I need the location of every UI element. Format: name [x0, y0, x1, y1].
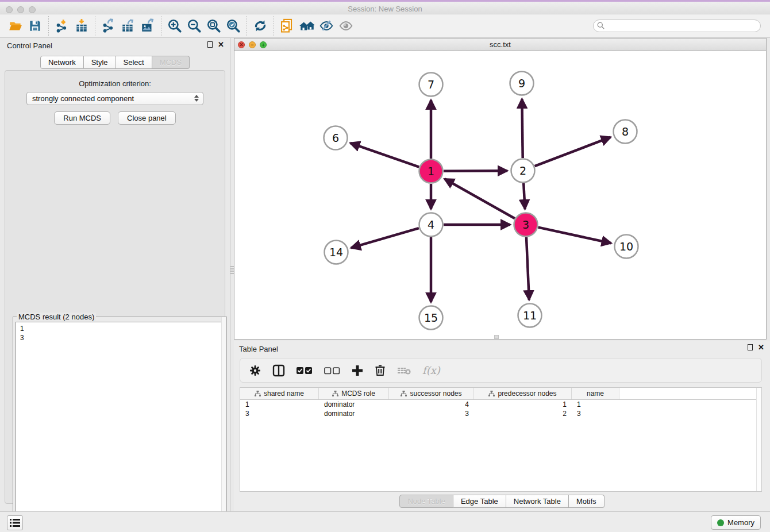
toolbar-separator: [161, 16, 161, 36]
table-cell[interactable]: 3: [389, 409, 474, 418]
column-label: successor nodes: [410, 390, 461, 398]
open-folder-icon[interactable]: [6, 17, 25, 35]
graph-edge-3-10[interactable]: [538, 228, 611, 244]
zoom-fit-icon[interactable]: [204, 17, 224, 35]
tab-network[interactable]: Network: [40, 56, 84, 69]
close-panel-icon[interactable]: ✕: [218, 41, 224, 48]
gear-icon[interactable]: [249, 365, 261, 376]
network-graph[interactable]: 7968124314101511: [234, 51, 766, 339]
search-input[interactable]: [593, 20, 761, 32]
graph-edge-3-1[interactable]: [445, 179, 515, 218]
import-table-icon[interactable]: [72, 17, 91, 35]
window-title: Session: New Session: [0, 5, 770, 13]
graph-node-label-7: 7: [428, 78, 434, 91]
graph-edge-2-8[interactable]: [535, 137, 611, 167]
control-panel-tabs: NetworkStyleSelectMCDS: [40, 56, 190, 69]
graph-node-label-4: 4: [428, 218, 434, 231]
delete-column-icon[interactable]: [375, 364, 386, 376]
float-panel-icon[interactable]: [207, 41, 213, 48]
close-panel-button[interactable]: Close panel: [118, 111, 176, 125]
memory-status-icon: [717, 519, 724, 526]
column-header-name[interactable]: name: [572, 388, 619, 399]
network-canvas[interactable]: 7968124314101511: [234, 51, 766, 339]
graph-node-label-15: 15: [424, 311, 438, 324]
tab-mcds[interactable]: MCDS: [152, 56, 190, 69]
column-header-shared-name[interactable]: shared name: [240, 388, 319, 399]
save-icon[interactable]: [25, 17, 45, 35]
result-scrollbar[interactable]: [221, 317, 226, 532]
column-label: name: [587, 390, 604, 398]
table-cell[interactable]: 3: [240, 409, 319, 418]
graph-node-label-10: 10: [619, 240, 633, 253]
graph-node-label-2: 2: [519, 164, 526, 177]
tab-style[interactable]: Style: [84, 56, 116, 69]
close-table-panel-icon[interactable]: ✕: [758, 344, 764, 350]
status-bar: Memory: [0, 511, 770, 532]
tab-motifs[interactable]: Motifs: [569, 495, 605, 508]
optimization-criterion-label: Optimization criterion:: [5, 79, 225, 88]
float-table-panel-icon[interactable]: [748, 344, 753, 350]
memory-label: Memory: [727, 518, 754, 527]
header-filler: [619, 388, 761, 399]
control-panel-title: Control Panel: [7, 41, 52, 50]
run-mcds-button[interactable]: Run MCDS: [54, 111, 110, 125]
main-toolbar: [0, 14, 770, 38]
duplicate-network-icon[interactable]: [278, 17, 297, 35]
zoom-out-icon[interactable]: [184, 17, 204, 35]
column-type-icon: [255, 391, 261, 396]
zoom-check-icon[interactable]: [224, 17, 243, 35]
show-eye-icon[interactable]: [336, 17, 356, 35]
table-row[interactable]: 3dominator323: [240, 409, 761, 418]
table-cell[interactable]: 1: [240, 400, 319, 409]
graph-edge-1-2[interactable]: [444, 171, 507, 171]
export-image-icon[interactable]: [138, 17, 157, 35]
graph-edge-2-9[interactable]: [522, 99, 522, 158]
table-cell[interactable]: 1: [474, 400, 572, 409]
column-label: shared name: [264, 390, 304, 398]
table-row[interactable]: 1dominator411: [240, 400, 761, 409]
criterion-dropdown[interactable]: strongly connected component: [26, 92, 203, 105]
network-window-titlebar[interactable]: ✕ − ＋ scc.txt: [234, 38, 766, 51]
graph-edge-2-3[interactable]: [523, 183, 525, 209]
hide-eye-icon[interactable]: [317, 17, 336, 35]
column-header-predecessor-nodes[interactable]: predecessor nodes: [474, 388, 572, 399]
task-history-button[interactable]: [7, 515, 23, 530]
toolbar-separator: [95, 16, 95, 36]
table-panel: Table Panel ✕: [234, 341, 770, 511]
table-cell[interactable]: 2: [474, 409, 572, 418]
add-column-icon[interactable]: [352, 365, 363, 376]
import-network-icon[interactable]: [52, 17, 72, 35]
tab-node-table[interactable]: Node Table: [399, 495, 453, 508]
graph-edge-4-14[interactable]: [351, 228, 419, 248]
zoom-in-icon[interactable]: [165, 17, 184, 35]
refresh-icon[interactable]: [251, 17, 270, 35]
toolbar-separator: [48, 16, 49, 36]
tab-select[interactable]: Select: [116, 56, 152, 69]
split-columns-icon[interactable]: [272, 364, 285, 377]
mcds-result-title: MCDS result (2 nodes): [17, 313, 96, 321]
graph-edge-1-6[interactable]: [350, 143, 419, 167]
column-type-icon: [332, 391, 338, 396]
table-cell[interactable]: dominator: [319, 400, 389, 409]
canvas-resize-handle[interactable]: [494, 335, 499, 339]
export-table-icon[interactable]: [118, 17, 138, 35]
control-panel: Control Panel ✕ NetworkStyleSelectMCDS O…: [0, 38, 230, 511]
homes-icon[interactable]: [297, 17, 317, 35]
table-cell[interactable]: 1: [572, 400, 619, 409]
memory-button[interactable]: Memory: [711, 515, 761, 530]
table-cell[interactable]: 4: [389, 400, 474, 409]
table-cell[interactable]: 3: [572, 409, 619, 418]
mcds-result-list[interactable]: 13: [16, 322, 224, 532]
graph-edge-3-11[interactable]: [526, 237, 529, 300]
tab-edge-table[interactable]: Edge Table: [453, 495, 506, 508]
tab-network-table[interactable]: Network Table: [506, 495, 569, 508]
deselect-all-columns-icon[interactable]: [324, 367, 340, 375]
column-header-successor-nodes[interactable]: successor nodes: [389, 388, 474, 399]
select-all-columns-icon[interactable]: [297, 367, 313, 375]
table-scrollbar[interactable]: [756, 388, 761, 491]
export-network-icon[interactable]: [99, 17, 118, 35]
column-header-MCDS-role[interactable]: MCDS role: [319, 388, 389, 399]
graph-node-label-8: 8: [622, 125, 629, 138]
column-type-icon: [401, 391, 407, 396]
table-cell[interactable]: dominator: [319, 409, 389, 418]
